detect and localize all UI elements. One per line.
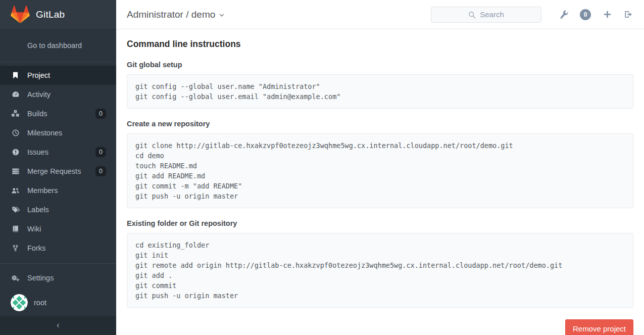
sidebar-item-label: Settings — [27, 274, 54, 282]
sidebar-item-label: Milestones — [27, 129, 62, 137]
code-block: git clone http://gitlab-ce.hxakzvpf0otez… — [127, 133, 633, 208]
users-icon — [11, 186, 20, 195]
sidebar-item-milestones[interactable]: Milestones — [0, 123, 116, 142]
home-logo-link[interactable]: GitLab — [0, 0, 116, 29]
topbar: Administrator / demo Search 0 — [116, 0, 644, 29]
sidebar-item-activity[interactable]: Activity — [0, 85, 116, 104]
sidebar-item-label: Builds — [27, 110, 47, 118]
main-area: Administrator / demo Search 0 Command li… — [116, 0, 644, 335]
topbar-icons: 0 — [548, 9, 633, 20]
sidebar-item-labels[interactable]: Labels — [0, 200, 116, 219]
sidebar-item-builds[interactable]: Builds 0 — [0, 104, 116, 123]
instruction-section: Git global setup git config --global use… — [127, 61, 633, 109]
sidebar-item-label: Project — [27, 71, 50, 79]
breadcrumb-text: Administrator / demo — [127, 9, 215, 20]
code-block: git config --global user.name "Administr… — [127, 74, 633, 109]
danger-zone: Remove project — [127, 319, 633, 335]
app-name: GitLab — [36, 9, 65, 20]
sidebar-item-wiki[interactable]: Wiki — [0, 219, 116, 238]
sidebar-item-forks[interactable]: Forks — [0, 238, 116, 258]
todos-count-badge[interactable]: 0 — [580, 9, 591, 20]
instruction-sections: Git global setup git config --global use… — [127, 61, 633, 308]
count-badge: 0 — [95, 147, 106, 158]
sidebar-collapse-button[interactable]: ‹ — [0, 316, 116, 335]
new-project-button[interactable] — [603, 10, 612, 19]
sign-out-button[interactable] — [624, 10, 633, 19]
instruction-section: Create a new repository git clone http:/… — [127, 120, 633, 208]
sidebar-item-settings[interactable]: Settings — [0, 268, 116, 288]
chevron-down-icon — [219, 12, 225, 18]
sidebar-item-label: Wiki — [27, 225, 41, 233]
count-badge: 0 — [95, 109, 106, 119]
exclamation-circle-icon — [11, 148, 20, 156]
search-input[interactable]: Search — [431, 7, 541, 23]
sidebar-item-members[interactable]: Members — [0, 181, 116, 200]
bookmark-icon — [11, 71, 20, 79]
clock-icon — [11, 129, 20, 137]
section-heading: Existing folder or Git repository — [127, 219, 633, 227]
sidebar-item-label: Activity — [27, 90, 51, 99]
avatar — [11, 294, 28, 311]
cubes-icon — [11, 110, 20, 118]
sidebar-item-project[interactable]: Project — [0, 66, 116, 85]
sidebar-nav: Project Activity Builds 0 Milestones Iss… — [0, 66, 116, 258]
sidebar-item-merge-requests[interactable]: Merge Requests 0 — [0, 162, 116, 181]
breadcrumb[interactable]: Administrator / demo — [127, 9, 225, 20]
go-to-dashboard-link[interactable]: Go to dashboard — [0, 29, 116, 62]
chevron-left-icon: ‹ — [57, 320, 60, 330]
section-heading: Git global setup — [127, 61, 633, 69]
tachometer-icon — [11, 90, 20, 99]
search-icon — [468, 11, 476, 19]
username: root — [34, 299, 46, 307]
sidebar-divider — [0, 263, 116, 264]
sidebar-item-label: Labels — [27, 206, 49, 214]
gitlab-logo-icon — [11, 6, 30, 24]
sidebar: GitLab Go to dashboard Project Activity … — [0, 0, 116, 335]
sidebar-item-label: Issues — [27, 148, 48, 156]
sidebar-item-label: Members — [27, 186, 58, 195]
sidebar-item-issues[interactable]: Issues 0 — [0, 142, 116, 162]
cogs-icon — [11, 274, 20, 282]
server-icon — [11, 167, 20, 175]
tags-icon — [11, 206, 20, 214]
count-badge: 0 — [95, 166, 106, 177]
section-heading: Create a new repository — [127, 120, 633, 128]
fork-icon — [11, 244, 20, 252]
sidebar-item-label: Forks — [27, 244, 45, 252]
book-icon — [11, 225, 20, 233]
search-placeholder: Search — [480, 10, 504, 19]
admin-wrench-button[interactable] — [560, 10, 569, 19]
sidebar-item-profile[interactable]: root — [0, 291, 116, 314]
page-content: Command line instructions Git global set… — [116, 29, 644, 335]
sidebar-item-label: Merge Requests — [27, 167, 81, 175]
remove-project-button[interactable]: Remove project — [565, 319, 633, 335]
instruction-section: Existing folder or Git repository cd exi… — [127, 219, 633, 308]
code-block: cd existing_folder git init git remote a… — [127, 233, 633, 308]
page-title: Command line instructions — [127, 39, 633, 50]
